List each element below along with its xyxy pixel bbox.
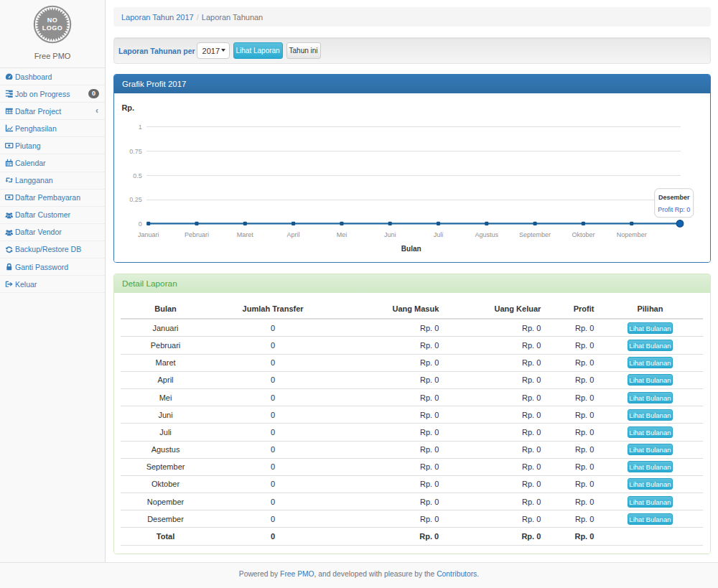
svg-text:Juli: Juli	[434, 231, 444, 238]
svg-text:NO: NO	[47, 17, 58, 24]
svg-text:0.5: 0.5	[133, 172, 142, 179]
svg-text:Maret: Maret	[237, 231, 254, 238]
svg-text:Juni: Juni	[384, 231, 396, 238]
svg-text:Profit Rp: 0: Profit Rp: 0	[658, 206, 690, 213]
svg-text:0.25: 0.25	[129, 196, 142, 203]
svg-text:LOGO: LOGO	[42, 25, 63, 32]
svg-text:0: 0	[139, 220, 142, 228]
svg-text:1: 1	[139, 123, 142, 131]
svg-text:Desember: Desember	[658, 194, 690, 201]
svg-text:Rp.: Rp.	[121, 103, 134, 112]
svg-text:Agustus: Agustus	[475, 231, 499, 238]
svg-text:Mei: Mei	[337, 231, 348, 238]
svg-text:Pebruari: Pebruari	[185, 231, 209, 238]
svg-text:Oktober: Oktober	[572, 231, 595, 238]
svg-text:Nopember: Nopember	[617, 231, 647, 238]
svg-text:Bulan: Bulan	[401, 245, 421, 253]
svg-text:Januari: Januari	[138, 231, 159, 238]
svg-text:September: September	[519, 231, 551, 238]
svg-text:April: April	[287, 231, 300, 238]
svg-text:0.75: 0.75	[129, 148, 142, 155]
